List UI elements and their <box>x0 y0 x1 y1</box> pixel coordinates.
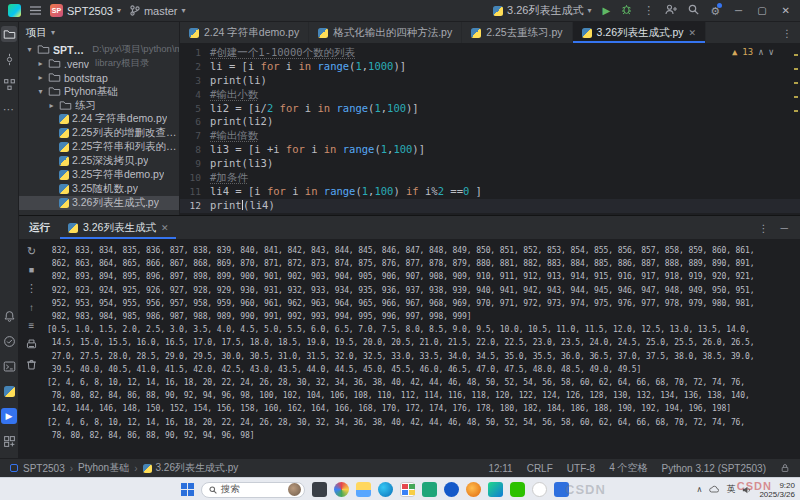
commit-icon[interactable] <box>1 51 17 67</box>
run-button[interactable]: ▶ <box>602 5 610 16</box>
run-config-selector[interactable]: 3.26列表生成式 ▾ <box>493 3 591 18</box>
minimize-button[interactable]: ─ <box>735 5 742 16</box>
editor-tab[interactable]: 3.26列表生成式.py✕ <box>573 22 707 43</box>
debug-button[interactable] <box>621 4 632 17</box>
code-line[interactable]: 9print(li3) <box>180 157 800 171</box>
code-line[interactable]: 10#加条件 <box>180 171 800 185</box>
tray-expand-icon[interactable]: ∧ <box>697 485 703 494</box>
more-icon[interactable]: ⋮ <box>26 282 37 295</box>
status-item[interactable]: CRLF <box>527 463 553 474</box>
rerun-icon[interactable]: ↻ <box>27 245 36 258</box>
breadcrumb-item[interactable]: Ptyhon基础 <box>78 461 129 475</box>
ime-indicator[interactable]: 英 <box>726 483 735 496</box>
todo-icon[interactable] <box>1 333 17 349</box>
breadcrumb-item[interactable]: SPT2503 <box>23 463 65 474</box>
project-icon[interactable] <box>1 26 17 42</box>
stop-icon[interactable]: ■ <box>29 265 34 275</box>
tree-item[interactable]: 2.25深浅拷贝.py <box>19 154 179 168</box>
next-warning-icon[interactable]: ∨ <box>769 47 774 57</box>
taskbar-clock[interactable]: 9:20 2025/3/26 <box>759 481 795 499</box>
code-line[interactable]: 7#输出倍数 <box>180 129 800 143</box>
breadcrumb-item[interactable]: 3.26列表生成式.py <box>143 461 239 475</box>
taskbar-app-wechat[interactable] <box>510 482 525 497</box>
tree-item[interactable]: 3.26列表生成式.py <box>19 196 179 210</box>
tree-item[interactable]: 2.25列表的增删改查.py <box>19 126 179 140</box>
chevron-down-icon[interactable]: ▾ <box>36 87 45 96</box>
start-button[interactable] <box>181 483 194 496</box>
scroll-up-icon[interactable]: ↑ <box>29 302 34 313</box>
tree-item[interactable]: ▸练习 <box>19 99 179 113</box>
code-line[interactable]: 4#输出小数 <box>180 88 800 102</box>
code-line[interactable]: 12print(li4) <box>180 199 800 213</box>
tree-item[interactable]: 3.25字符串demo.py <box>19 168 179 182</box>
services-icon[interactable] <box>1 433 17 449</box>
settings-gear-icon[interactable]: ⚙ <box>710 5 720 17</box>
tab-options-icon[interactable]: ⋮ <box>774 27 800 39</box>
tree-item[interactable]: 3.25随机数.py <box>19 182 179 196</box>
more-actions-icon[interactable]: ⋮ <box>758 222 769 234</box>
tree-item[interactable]: ▸.venvlibrary根目录 <box>19 57 179 71</box>
close-button[interactable]: ✕ <box>782 5 790 16</box>
prev-warning-icon[interactable]: ∧ <box>758 47 763 57</box>
taskbar-app-browser[interactable] <box>334 482 349 497</box>
hide-panel-icon[interactable]: ─ <box>781 222 788 234</box>
volume-icon[interactable] <box>742 485 752 495</box>
status-item[interactable]: Python 3.12 (SPT2503) <box>661 463 766 474</box>
more-actions-icon[interactable]: ⋮ <box>643 5 654 16</box>
chevron-right-icon[interactable]: ▸ <box>36 73 45 82</box>
terminal-icon[interactable] <box>1 358 17 374</box>
code-editor[interactable]: ▲ 13 ∧ ∨ 1#创建一个1-10000个数的列表2li = [i for … <box>180 44 800 215</box>
code-line[interactable]: 1#创建一个1-10000个数的列表 <box>180 46 800 60</box>
more-icon[interactable]: ⋯ <box>1 101 17 117</box>
run-icon[interactable]: ▶ <box>1 408 17 424</box>
print-icon[interactable] <box>25 338 38 351</box>
taskbar-app-file-explorer[interactable] <box>356 482 371 497</box>
branch-switcher[interactable]: master ▾ <box>130 5 186 17</box>
status-item[interactable]: 4 个空格 <box>609 461 647 475</box>
code-with-me-icon[interactable] <box>665 4 677 17</box>
close-icon[interactable]: ✕ <box>689 28 697 38</box>
tree-item[interactable]: 2.24 字符串demo.py <box>19 112 179 126</box>
taskbar-app-edge[interactable] <box>378 482 393 497</box>
main-menu-icon[interactable] <box>30 6 41 15</box>
onedrive-icon[interactable] <box>709 485 719 494</box>
editor-tab[interactable]: 2.24 字符串demo.py <box>180 22 309 43</box>
chevron-right-icon[interactable]: ▸ <box>47 101 56 110</box>
taskbar-app-messenger[interactable] <box>532 482 547 497</box>
taskbar-app-store[interactable] <box>400 482 415 497</box>
editor-tab[interactable]: 2.25去重练习.py <box>462 22 572 43</box>
code-line[interactable]: 8li3 = [i +i for i in range(1,100)] <box>180 143 800 157</box>
taskbar-search-box[interactable]: 搜索 <box>201 482 305 498</box>
console-output[interactable]: 832, 833, 834, 835, 836, 837, 838, 839, … <box>44 240 800 458</box>
python-console-icon[interactable] <box>1 383 17 399</box>
tree-item[interactable]: ▾Ptyhon基础 <box>19 85 179 99</box>
soft-wrap-icon[interactable]: ≡ <box>29 320 35 331</box>
structure-icon[interactable] <box>1 76 17 92</box>
taskbar-app-pycharm[interactable] <box>488 482 503 497</box>
taskbar-app-clock[interactable] <box>444 482 459 497</box>
project-switcher[interactable]: SP SPT2503 ▾ <box>50 4 121 17</box>
code-line[interactable]: 6print(li2) <box>180 115 800 129</box>
lock-icon[interactable] <box>780 463 790 473</box>
run-tab[interactable]: 3.26列表生成式 ✕ <box>60 216 176 239</box>
maximize-button[interactable]: ▢ <box>757 5 766 16</box>
code-line[interactable]: 2li = [i for i in range(1,1000)] <box>180 60 800 74</box>
status-item[interactable]: UTF-8 <box>567 463 595 474</box>
code-line[interactable]: 11li4 = [i for i in range(1,100) if i%2 … <box>180 185 800 199</box>
code-line[interactable]: 3print(li) <box>180 74 800 88</box>
close-icon[interactable]: ✕ <box>161 223 169 233</box>
taskbar-app-photos[interactable] <box>312 482 327 497</box>
clear-icon[interactable] <box>25 358 38 371</box>
tree-item[interactable]: ▸bootstrap <box>19 71 179 85</box>
taskbar-app-mail[interactable] <box>422 482 437 497</box>
taskbar-app-firefox[interactable] <box>466 482 481 497</box>
inspections-widget[interactable]: ▲ 13 ∧ ∨ <box>732 47 774 57</box>
status-item[interactable]: 12:11 <box>488 463 512 474</box>
chevron-right-icon[interactable]: ▸ <box>36 59 45 68</box>
chevron-down-icon[interactable]: ▾ <box>51 28 55 37</box>
tree-item[interactable]: ▾SPT2503D:\pyx\项目\python\myflask <box>19 43 179 57</box>
search-everywhere-icon[interactable] <box>688 4 699 17</box>
editor-tab[interactable]: 格式化输出的四种方法.py <box>309 22 462 43</box>
notifications-icon[interactable] <box>1 308 17 324</box>
chevron-down-icon[interactable]: ▾ <box>25 45 34 54</box>
